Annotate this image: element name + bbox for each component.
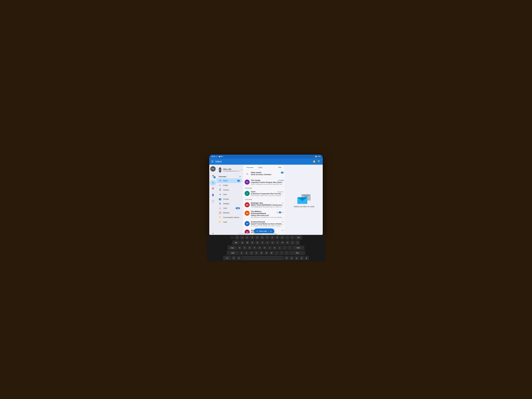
nav-item-deleted[interactable]: 🗑 Deleted xyxy=(217,201,242,206)
key-shift-right[interactable]: Shift xyxy=(289,251,305,255)
nav-item-inbox[interactable]: ✉ Inbox 4 xyxy=(217,178,242,183)
more-icon[interactable]: ··· xyxy=(212,228,214,231)
user-avatar[interactable]: CC xyxy=(210,166,215,171)
nav-item-junk[interactable]: ⚠ Junk 104 xyxy=(217,206,242,210)
key-q[interactable]: Q xyxy=(240,241,245,245)
sidebar-nav-inbox[interactable]: ✉ xyxy=(210,180,216,185)
key-equals[interactable]: = xyxy=(290,235,294,240)
key-del[interactable]: Del xyxy=(295,235,302,240)
key-left[interactable]: ◄ xyxy=(289,256,294,260)
key-4[interactable]: 4 xyxy=(250,235,254,240)
nav-item-blocked[interactable]: 🚫 Blocked xyxy=(217,210,242,215)
key-quote[interactable]: ' xyxy=(287,246,292,250)
key-tab[interactable]: Tab xyxy=(232,241,240,245)
key-shift-left[interactable]: Shift xyxy=(227,251,239,255)
key-b[interactable]: B xyxy=(259,251,264,255)
email-item-carol[interactable]: C Carol Yesterday [A Business Cooperatio… xyxy=(243,189,285,198)
key-x[interactable]: X xyxy=(244,251,249,255)
edit-icon[interactable]: ✏ xyxy=(241,169,242,171)
filter-button[interactable]: Filter xyxy=(276,166,284,169)
compose-button[interactable]: ✉ + xyxy=(210,173,215,178)
key-s[interactable]: S xyxy=(242,246,247,250)
tablet-device: 10:46 ▲ □ ▣ ❋ ✦ 📶 77% ☰ Inbox 🔔 🔍 xyxy=(209,155,323,236)
key-j[interactable]: J xyxy=(267,246,272,250)
blocked-icon: 🚫 xyxy=(219,211,222,214)
key-1[interactable]: 1 xyxy=(235,235,239,240)
settings-icon[interactable]: ⚙ xyxy=(212,232,214,235)
key-i[interactable]: I xyxy=(275,241,280,245)
key-7[interactable]: 7 xyxy=(265,235,269,240)
key-z[interactable]: Z xyxy=(239,251,244,255)
nav-item-archive[interactable]: 🗄 Archive xyxy=(217,188,242,192)
key-8[interactable]: 8 xyxy=(270,235,274,240)
key-t[interactable]: T xyxy=(260,241,265,245)
key-comma[interactable]: , xyxy=(274,251,279,255)
key-p[interactable]: P xyxy=(285,241,290,245)
key-w[interactable]: W xyxy=(245,241,250,245)
email-item-kristina[interactable]: KP Kristina Piersanti Fri Expert? Social… xyxy=(243,220,285,228)
key-caps[interactable]: Caps xyxy=(228,246,237,250)
favorites-edit-icon[interactable]: ✏ xyxy=(239,176,241,177)
email-item-tim-williams[interactable]: TW Tim Williams (FleishmanHillard) 📎 8 F… xyxy=(243,209,285,220)
tab-other[interactable]: Other xyxy=(256,166,264,169)
menu-icon[interactable]: ☰ xyxy=(211,160,214,163)
key-c[interactable]: C xyxy=(249,251,254,255)
key-alt-r[interactable]: Alt xyxy=(284,256,289,260)
key-a[interactable]: A xyxy=(237,246,242,250)
key-2[interactable]: 2 xyxy=(240,235,244,240)
new-mail-fab[interactable]: ✏ New mail ∧ xyxy=(254,228,274,234)
key-minus[interactable]: - xyxy=(285,235,290,240)
key-slash[interactable]: / xyxy=(284,251,289,255)
nav-item-sent[interactable]: ➤ Sent xyxy=(217,192,242,197)
nav-item-groups[interactable]: 👥 Groups xyxy=(217,197,242,201)
key-m[interactable]: M xyxy=(269,251,274,255)
key-r[interactable]: R xyxy=(255,241,260,245)
key-right[interactable]: ► xyxy=(304,256,309,260)
nav-item-drafts[interactable]: ✏ Drafts xyxy=(217,183,242,188)
key-9[interactable]: 9 xyxy=(275,235,279,240)
key-down[interactable]: ▼ xyxy=(299,256,304,260)
key-e[interactable]: E xyxy=(250,241,255,245)
nav-junk-label: Junk xyxy=(223,207,234,209)
search-icon[interactable]: 🔍 xyxy=(318,160,321,163)
key-k[interactable]: K xyxy=(272,246,277,250)
sidebar-nav-notes[interactable]: 📋 xyxy=(210,198,216,204)
key-space[interactable] xyxy=(242,256,284,260)
key-row-asdf: Caps A S D F G H J K L ; ' Enter xyxy=(228,246,304,250)
key-y[interactable]: Y xyxy=(265,241,270,245)
key-g[interactable]: G xyxy=(257,246,262,250)
key-l[interactable]: L xyxy=(278,246,282,250)
key-up[interactable]: ▲ xyxy=(294,256,299,260)
email-item-tim-cundle[interactable]: TC Tim Cundle 1:12 AM Legendary Fashion … xyxy=(243,178,285,186)
key-0[interactable]: 0 xyxy=(280,235,285,240)
key-5[interactable]: 5 xyxy=(255,235,260,240)
key-ctrl-l[interactable]: Ctrl xyxy=(223,256,231,260)
nav-item-conversation-history[interactable]: 📁 Conversation History xyxy=(217,215,242,220)
key-semicolon[interactable]: ; xyxy=(283,246,287,250)
tab-focused[interactable]: Focused xyxy=(245,166,255,169)
key-u[interactable]: U xyxy=(270,241,275,245)
key-f[interactable]: F xyxy=(252,246,257,250)
account-avatar[interactable]: CC xyxy=(219,167,222,173)
key-enter[interactable]: Enter xyxy=(292,246,304,250)
key-h[interactable]: H xyxy=(262,246,267,250)
sidebar-nav-calendar[interactable]: 📅 xyxy=(210,186,216,192)
email-item-other-emails[interactable]: ✉ Other emails 4 Email via Asana, Chartb… xyxy=(243,170,285,178)
key-n[interactable]: N xyxy=(264,251,269,255)
key-lbracket[interactable]: [ xyxy=(290,241,295,245)
key-period[interactable]: . xyxy=(279,251,284,255)
key-v[interactable]: V xyxy=(254,251,259,255)
key-6[interactable]: 6 xyxy=(260,235,264,240)
key-fn[interactable]: ⌥⇧ xyxy=(230,235,234,240)
notification-icon[interactable]: 🔔 xyxy=(313,160,316,163)
nav-item-later[interactable]: 📁 Later xyxy=(217,220,242,224)
sidebar-nav-contacts[interactable]: 👤 xyxy=(210,192,216,198)
chevron-up-icon[interactable]: ∧ xyxy=(270,230,272,233)
key-alt-l[interactable]: Alt xyxy=(237,256,241,260)
key-3[interactable]: 3 xyxy=(245,235,249,240)
key-fn2[interactable]: Fn xyxy=(232,256,236,260)
key-rbracket[interactable]: ] xyxy=(295,241,300,245)
key-d[interactable]: D xyxy=(247,246,252,250)
email-item-riedinger[interactable]: RD Riedinger, Dan Fri MEDIA TELECONFEREN… xyxy=(243,201,285,209)
key-o[interactable]: O xyxy=(280,241,285,245)
